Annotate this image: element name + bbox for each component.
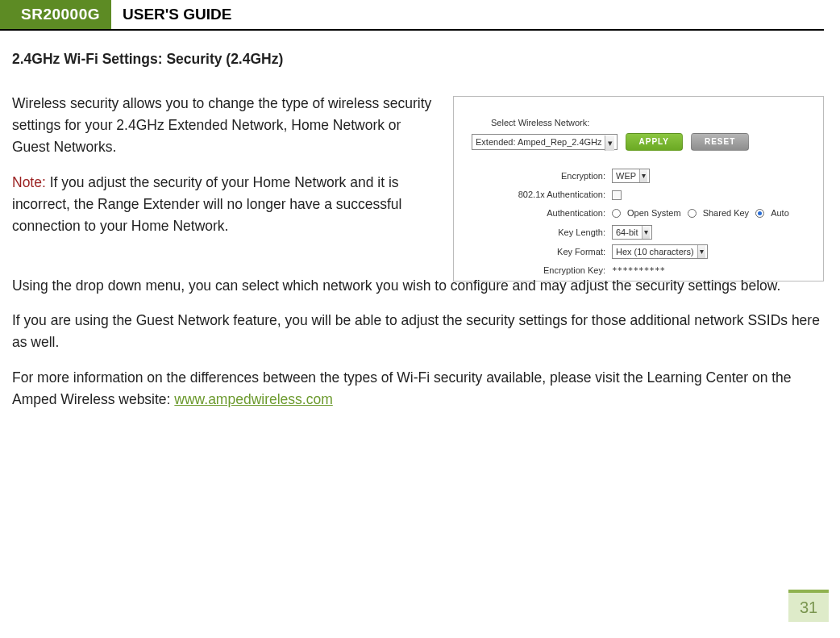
keylen-label: Key Length:	[507, 226, 612, 240]
keyfmt-select[interactable]: Hex (10 characters)	[612, 244, 708, 259]
paragraph-dropdown: Using the drop down menu, you can select…	[12, 275, 824, 297]
auth-opt-open: Open System	[627, 206, 681, 220]
doc-header: SR20000G USER'S GUIDE	[0, 0, 824, 31]
page-content: 2.4GHz Wi-Fi Settings: Security (2.4GHz)…	[0, 31, 840, 411]
network-select[interactable]: Extended: Amped_Rep_2.4GHz	[472, 134, 618, 150]
dot1x-label: 802.1x Authentication:	[507, 188, 612, 202]
note-text: If you adjust the security of your Home …	[12, 174, 401, 234]
auth-opt-auto: Auto	[771, 206, 789, 220]
paragraph-guest: If you are using the Guest Network featu…	[12, 310, 824, 353]
paragraph-note: Note: If you adjust the security of your…	[12, 172, 435, 237]
page-number: 31	[788, 590, 829, 622]
reset-button[interactable]: RESET	[691, 133, 749, 151]
settings-panel: Select Wireless Network: Extended: Amped…	[453, 96, 824, 281]
auth-radio-auto[interactable]	[755, 209, 764, 218]
dot1x-checkbox[interactable]	[612, 190, 622, 200]
note-label: Note:	[12, 174, 46, 190]
product-badge: SR20000G	[0, 0, 111, 29]
doc-title: USER'S GUIDE	[111, 0, 243, 29]
auth-label: Authentication:	[507, 206, 612, 220]
paragraph-intro: Wireless security allows you to change t…	[12, 93, 435, 158]
encryption-select[interactable]: WEP	[612, 169, 650, 183]
auth-opt-shared: Shared Key	[703, 206, 749, 220]
keyfmt-label: Key Format:	[507, 245, 612, 259]
body-text-column: Wireless security allows you to change t…	[12, 93, 435, 281]
encryption-label: Encryption:	[507, 169, 612, 183]
section-heading: 2.4GHz Wi-Fi Settings: Security (2.4GHz)	[12, 48, 824, 70]
apply-button[interactable]: APPLY	[626, 133, 683, 151]
auth-radio-open[interactable]	[612, 209, 621, 218]
keylen-select[interactable]: 64-bit	[612, 225, 652, 240]
auth-radio-shared[interactable]	[688, 209, 697, 218]
moreinfo-text: For more information on the differences …	[12, 369, 792, 407]
select-network-label: Select Wireless Network:	[491, 116, 805, 130]
amped-link[interactable]: www.ampedwireless.com	[174, 391, 332, 407]
paragraph-moreinfo: For more information on the differences …	[12, 367, 824, 411]
